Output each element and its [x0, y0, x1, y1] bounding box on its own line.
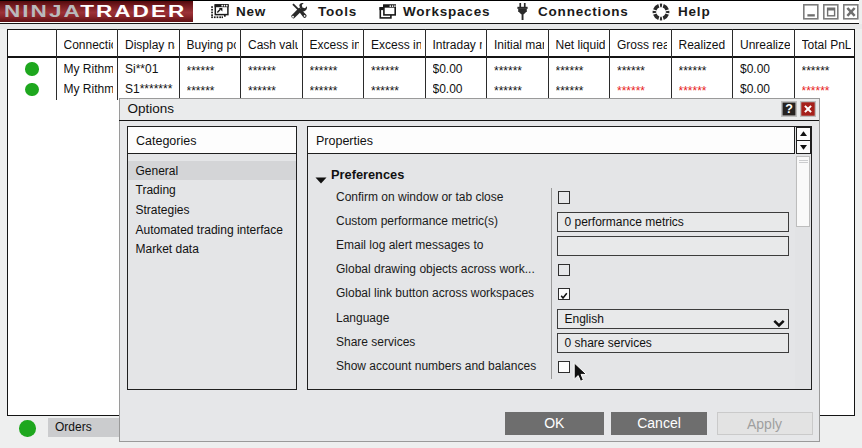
svg-text:?: ?	[785, 102, 793, 116]
